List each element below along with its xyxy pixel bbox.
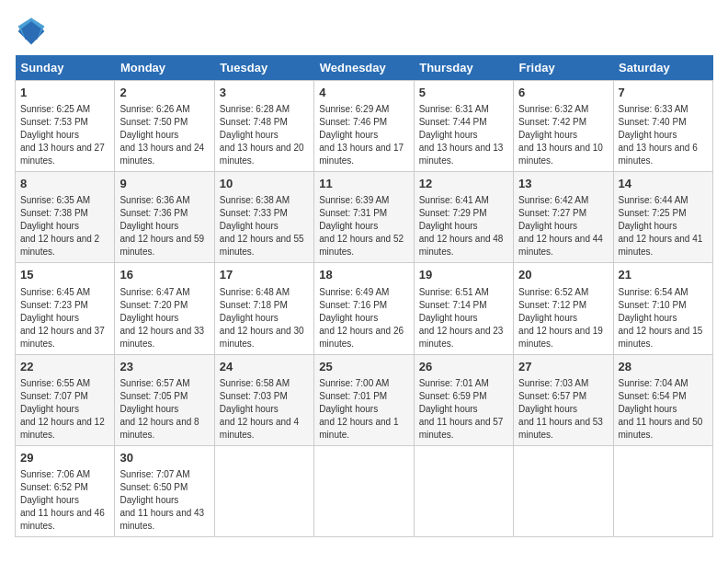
day-number: 24	[220, 359, 309, 375]
calendar-cell: 3Sunrise: 6:28 AMSunset: 7:48 PMDaylight…	[214, 81, 313, 172]
calendar-cell: 15Sunrise: 6:45 AMSunset: 7:23 PMDayligh…	[16, 263, 115, 354]
header	[15, 15, 713, 48]
weekday-header-row: SundayMondayTuesdayWednesdayThursdayFrid…	[16, 55, 713, 81]
day-info: Sunrise: 6:52 AMSunset: 7:12 PMDaylight …	[518, 286, 608, 350]
calendar-table: SundayMondayTuesdayWednesdayThursdayFrid…	[15, 55, 713, 537]
calendar-cell: 24Sunrise: 6:58 AMSunset: 7:03 PMDayligh…	[214, 354, 313, 445]
day-info: Sunrise: 7:03 AMSunset: 6:57 PMDaylight …	[518, 377, 608, 442]
day-info: Sunrise: 7:07 AMSunset: 6:50 PMDaylight …	[119, 468, 209, 533]
day-info: Sunrise: 6:33 AMSunset: 7:40 PMDaylight …	[619, 103, 708, 167]
day-number: 20	[518, 267, 608, 283]
calendar-cell: 18Sunrise: 6:49 AMSunset: 7:16 PMDayligh…	[314, 263, 414, 354]
calendar-cell: 29Sunrise: 7:06 AMSunset: 6:52 PMDayligh…	[16, 445, 115, 536]
calendar-cell: 10Sunrise: 6:38 AMSunset: 7:33 PMDayligh…	[214, 172, 313, 263]
day-info: Sunrise: 6:39 AMSunset: 7:31 PMDaylight …	[319, 194, 408, 259]
calendar-cell: 11Sunrise: 6:39 AMSunset: 7:31 PMDayligh…	[314, 172, 414, 263]
day-number: 9	[119, 176, 209, 192]
weekday-header: Wednesday	[314, 55, 414, 81]
calendar-cell: 19Sunrise: 6:51 AMSunset: 7:14 PMDayligh…	[414, 263, 513, 354]
calendar-cell	[514, 445, 613, 536]
day-number: 6	[518, 85, 608, 101]
day-info: Sunrise: 7:06 AMSunset: 6:52 PMDaylight …	[20, 468, 109, 533]
weekday-header: Saturday	[613, 55, 712, 81]
day-number: 5	[419, 85, 508, 101]
day-number: 7	[619, 85, 708, 101]
calendar-cell	[613, 445, 712, 536]
weekday-header: Tuesday	[214, 55, 313, 81]
day-info: Sunrise: 6:58 AMSunset: 7:03 PMDaylight …	[220, 377, 309, 442]
day-info: Sunrise: 7:00 AMSunset: 7:01 PMDaylight …	[319, 377, 408, 442]
day-number: 19	[419, 267, 508, 283]
day-info: Sunrise: 6:35 AMSunset: 7:38 PMDaylight …	[20, 194, 109, 259]
calendar-cell: 30Sunrise: 7:07 AMSunset: 6:50 PMDayligh…	[115, 445, 214, 536]
day-info: Sunrise: 6:54 AMSunset: 7:10 PMDaylight …	[619, 286, 708, 350]
calendar-cell	[214, 445, 313, 536]
day-info: Sunrise: 6:26 AMSunset: 7:50 PMDaylight …	[119, 103, 209, 167]
day-number: 21	[619, 267, 708, 283]
weekday-header: Thursday	[414, 55, 513, 81]
day-info: Sunrise: 6:41 AMSunset: 7:29 PMDaylight …	[419, 194, 508, 259]
calendar-cell: 26Sunrise: 7:01 AMSunset: 6:59 PMDayligh…	[414, 354, 513, 445]
day-number: 2	[119, 85, 209, 101]
day-number: 4	[319, 85, 408, 101]
day-info: Sunrise: 6:51 AMSunset: 7:14 PMDaylight …	[419, 286, 508, 350]
day-number: 3	[220, 85, 309, 101]
calendar-cell: 20Sunrise: 6:52 AMSunset: 7:12 PMDayligh…	[514, 263, 613, 354]
calendar-cell	[314, 445, 414, 536]
calendar-cell: 16Sunrise: 6:47 AMSunset: 7:20 PMDayligh…	[115, 263, 214, 354]
calendar-cell: 7Sunrise: 6:33 AMSunset: 7:40 PMDaylight…	[613, 81, 712, 172]
logo	[15, 15, 51, 48]
calendar-cell: 17Sunrise: 6:48 AMSunset: 7:18 PMDayligh…	[214, 263, 313, 354]
day-number: 8	[20, 176, 109, 192]
day-number: 18	[319, 267, 408, 283]
day-number: 28	[619, 359, 708, 375]
day-number: 26	[419, 359, 508, 375]
calendar-cell: 6Sunrise: 6:32 AMSunset: 7:42 PMDaylight…	[514, 81, 613, 172]
day-info: Sunrise: 7:01 AMSunset: 6:59 PMDaylight …	[419, 377, 508, 442]
day-number: 30	[119, 450, 209, 466]
day-number: 10	[220, 176, 309, 192]
calendar-cell	[414, 445, 513, 536]
calendar-week-row: 1Sunrise: 6:25 AMSunset: 7:53 PMDaylight…	[16, 81, 713, 172]
day-info: Sunrise: 6:32 AMSunset: 7:42 PMDaylight …	[518, 103, 608, 167]
day-info: Sunrise: 6:29 AMSunset: 7:46 PMDaylight …	[319, 103, 408, 167]
day-info: Sunrise: 6:47 AMSunset: 7:20 PMDaylight …	[119, 286, 209, 350]
weekday-header: Monday	[115, 55, 214, 81]
logo-icon	[15, 15, 48, 48]
calendar-cell: 8Sunrise: 6:35 AMSunset: 7:38 PMDaylight…	[16, 172, 115, 263]
weekday-header: Friday	[514, 55, 613, 81]
calendar-cell: 2Sunrise: 6:26 AMSunset: 7:50 PMDaylight…	[115, 81, 214, 172]
day-number: 13	[518, 176, 608, 192]
day-number: 23	[119, 359, 209, 375]
day-info: Sunrise: 6:49 AMSunset: 7:16 PMDaylight …	[319, 286, 408, 350]
day-info: Sunrise: 6:25 AMSunset: 7:53 PMDaylight …	[20, 103, 109, 167]
day-number: 27	[518, 359, 608, 375]
day-number: 17	[220, 267, 309, 283]
calendar-week-row: 29Sunrise: 7:06 AMSunset: 6:52 PMDayligh…	[16, 445, 713, 536]
day-number: 22	[20, 359, 109, 375]
calendar-cell: 23Sunrise: 6:57 AMSunset: 7:05 PMDayligh…	[115, 354, 214, 445]
calendar-cell: 5Sunrise: 6:31 AMSunset: 7:44 PMDaylight…	[414, 81, 513, 172]
day-number: 16	[119, 267, 209, 283]
day-info: Sunrise: 6:44 AMSunset: 7:25 PMDaylight …	[619, 194, 708, 259]
weekday-header: Sunday	[16, 55, 115, 81]
calendar-week-row: 15Sunrise: 6:45 AMSunset: 7:23 PMDayligh…	[16, 263, 713, 354]
day-info: Sunrise: 7:04 AMSunset: 6:54 PMDaylight …	[619, 377, 708, 442]
day-number: 11	[319, 176, 408, 192]
day-info: Sunrise: 6:48 AMSunset: 7:18 PMDaylight …	[220, 286, 309, 350]
calendar-cell: 14Sunrise: 6:44 AMSunset: 7:25 PMDayligh…	[613, 172, 712, 263]
day-info: Sunrise: 6:31 AMSunset: 7:44 PMDaylight …	[419, 103, 508, 167]
calendar-cell: 28Sunrise: 7:04 AMSunset: 6:54 PMDayligh…	[613, 354, 712, 445]
day-number: 12	[419, 176, 508, 192]
day-number: 14	[619, 176, 708, 192]
day-info: Sunrise: 6:57 AMSunset: 7:05 PMDaylight …	[119, 377, 209, 442]
calendar-cell: 12Sunrise: 6:41 AMSunset: 7:29 PMDayligh…	[414, 172, 513, 263]
calendar-cell: 21Sunrise: 6:54 AMSunset: 7:10 PMDayligh…	[613, 263, 712, 354]
calendar-week-row: 22Sunrise: 6:55 AMSunset: 7:07 PMDayligh…	[16, 354, 713, 445]
day-info: Sunrise: 6:55 AMSunset: 7:07 PMDaylight …	[20, 377, 109, 442]
calendar-cell: 13Sunrise: 6:42 AMSunset: 7:27 PMDayligh…	[514, 172, 613, 263]
day-info: Sunrise: 6:45 AMSunset: 7:23 PMDaylight …	[20, 286, 109, 350]
day-number: 1	[20, 85, 109, 101]
calendar-cell: 4Sunrise: 6:29 AMSunset: 7:46 PMDaylight…	[314, 81, 414, 172]
day-info: Sunrise: 6:36 AMSunset: 7:36 PMDaylight …	[119, 194, 209, 259]
